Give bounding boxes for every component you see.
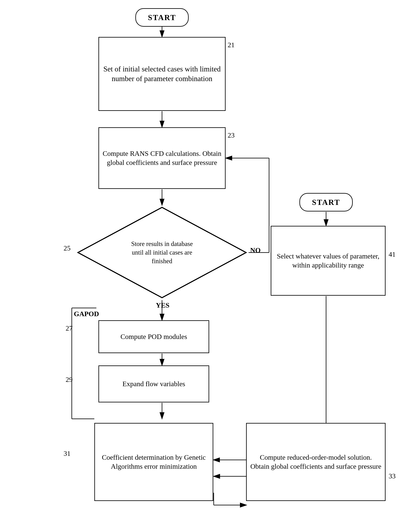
ref-21: 21 [228,41,235,49]
yes-label: YES [156,302,169,309]
ref-33: 33 [389,472,396,480]
no-label: NO [250,246,261,254]
ref-31: 31 [64,450,71,457]
ref-25: 25 [64,244,71,252]
ref-27: 27 [66,325,73,332]
decision-diamond-25: Store results in database until all init… [76,205,248,300]
diagram-container: START Set of initial selected cases with… [0,0,420,518]
process-box-41: Select whatever values of parameter, wit… [271,226,386,296]
process-box-27: Compute POD modules [98,320,209,353]
start-terminal-2: START [300,193,353,211]
gapod-label: GAPOD [74,310,99,318]
ref-23: 23 [228,131,235,139]
process-box-23: Compute RANS CFD calculations. Obtain gl… [98,127,225,189]
process-box-31: Coefficient determination by Genetic Alg… [94,423,213,501]
process-box-21: Set of initial selected cases with limit… [98,37,225,111]
process-box-33: Compute reduced-order-model solution. Ob… [246,423,386,501]
start-terminal-1: START [135,8,189,27]
decision-text-25: Store results in database until all init… [127,240,197,265]
ref-29: 29 [66,376,73,384]
process-box-29: Expand flow variables [98,365,209,402]
ref-41: 41 [389,250,396,258]
